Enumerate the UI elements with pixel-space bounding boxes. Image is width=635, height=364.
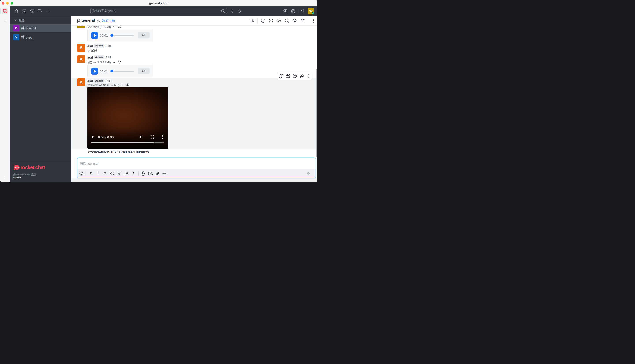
svg-text:rocket.chat: rocket.chat [20,164,45,170]
